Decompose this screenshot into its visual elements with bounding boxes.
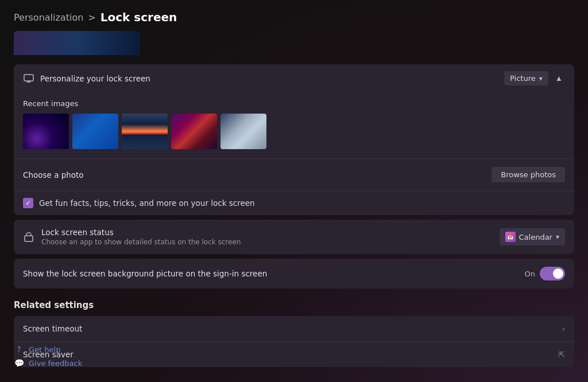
breadcrumb-parent[interactable]: Personalization <box>14 12 83 23</box>
personalize-row: Personalize your lock screen Picture ▾ ▲ <box>14 64 574 92</box>
thumbnail-5[interactable] <box>220 114 266 149</box>
lock-screen-status-title: Lock screen status <box>41 228 241 237</box>
screen-timeout-chevron: › <box>562 324 565 333</box>
collapse-button[interactable]: ▲ <box>553 72 565 85</box>
main-content: Personalize your lock screen Picture ▾ ▲… <box>0 64 588 367</box>
breadcrumb-current: Lock screen <box>100 10 177 24</box>
feedback-icon: 💬 <box>14 358 24 368</box>
fun-facts-row: Get fun facts, tips, tricks, and more on… <box>14 191 574 215</box>
choose-photo-label: Choose a photo <box>23 170 84 180</box>
picture-dropdown[interactable]: Picture ▾ <box>504 71 548 85</box>
screen-saver-row[interactable]: Screen saver ⇱ <box>14 342 574 367</box>
chevron-up-icon: ▲ <box>555 74 563 83</box>
get-help-label: Get help <box>29 345 60 354</box>
help-icon: ? <box>14 344 24 354</box>
fun-facts-checkbox[interactable] <box>23 198 33 208</box>
sign-in-screen-card: Show the lock screen background picture … <box>14 259 574 289</box>
screen-timeout-row[interactable]: Screen timeout › <box>14 316 574 342</box>
give-feedback-label: Give feedback <box>29 359 82 368</box>
images-grid <box>23 114 565 149</box>
picture-chevron-down: ▾ <box>539 75 543 83</box>
choose-photo-row: Choose a photo Browse photos <box>14 159 574 191</box>
breadcrumb-separator: > <box>88 12 95 23</box>
svg-rect-3 <box>25 236 33 241</box>
lock-screen-status-subtitle: Choose an app to show detailed status on… <box>41 238 241 246</box>
recent-images-section: Recent images <box>14 92 574 159</box>
personalize-right: Picture ▾ ▲ <box>504 71 565 85</box>
toggle-on-label: On <box>525 270 535 278</box>
recent-images-label: Recent images <box>23 99 565 108</box>
calendar-dropdown[interactable]: 📅 Calendar ▾ <box>500 228 566 245</box>
breadcrumb: Personalization > Lock screen <box>0 0 588 31</box>
lock-screen-preview <box>14 31 140 55</box>
lock-status-icon <box>23 231 34 243</box>
thumbnail-2[interactable] <box>72 114 118 149</box>
lock-screen-status-row: Lock screen status Choose an app to show… <box>14 220 574 254</box>
personalize-left: Personalize your lock screen <box>23 73 150 84</box>
picture-dropdown-value: Picture <box>510 74 536 83</box>
fun-facts-label: Get fun facts, tips, tricks, and more on… <box>39 198 255 208</box>
related-settings-card: Screen timeout › Screen saver ⇱ <box>14 316 574 367</box>
sign-in-screen-row: Show the lock screen background picture … <box>14 259 574 289</box>
sign-in-screen-label: Show the lock screen background picture … <box>23 269 267 278</box>
thumbnail-1[interactable] <box>23 114 69 149</box>
browse-photos-button[interactable]: Browse photos <box>492 167 565 182</box>
monitor-icon <box>23 73 34 84</box>
thumbnail-3[interactable] <box>122 114 168 149</box>
calendar-dropdown-value: Calendar <box>519 233 552 241</box>
personalization-card: Personalize your lock screen Picture ▾ ▲… <box>14 64 574 215</box>
give-feedback-link[interactable]: 💬 Give feedback <box>14 358 82 368</box>
lock-screen-status-left: Lock screen status Choose an app to show… <box>23 228 241 246</box>
calendar-chevron: ▾ <box>556 233 559 241</box>
lock-screen-status-card: Lock screen status Choose an app to show… <box>14 220 574 254</box>
calendar-icon: 📅 <box>505 232 516 242</box>
personalize-label: Personalize your lock screen <box>40 74 150 83</box>
related-settings-title: Related settings <box>14 300 574 310</box>
footer-links: ? Get help 💬 Give feedback <box>14 344 82 368</box>
thumbnail-4[interactable] <box>171 114 217 149</box>
lock-screen-status-text: Lock screen status Choose an app to show… <box>41 228 241 246</box>
toggle-container: On <box>525 267 565 280</box>
external-link-icon: ⇱ <box>558 350 565 359</box>
svg-rect-0 <box>24 75 33 81</box>
screen-timeout-label: Screen timeout <box>23 324 82 333</box>
sign-in-toggle[interactable] <box>540 267 565 280</box>
get-help-link[interactable]: ? Get help <box>14 344 82 354</box>
